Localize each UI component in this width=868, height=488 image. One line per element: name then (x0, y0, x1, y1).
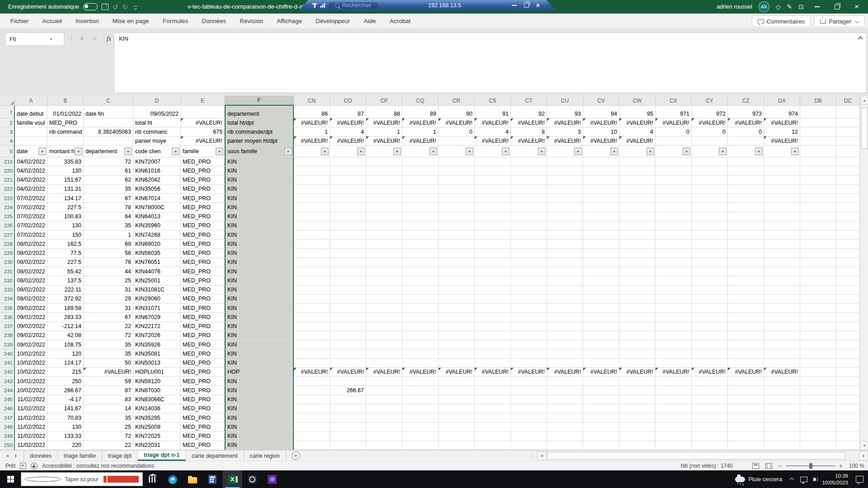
cell[interactable]: 35 (84, 185, 133, 194)
cell[interactable] (47, 136, 84, 145)
cell[interactable] (330, 432, 366, 441)
cell[interactable] (692, 203, 728, 212)
ribbon-tab-mise-en-page[interactable]: Mise en page (106, 14, 156, 28)
row-header-226[interactable]: 226 (0, 221, 15, 230)
cell[interactable]: MED_PRO (181, 203, 225, 212)
cell[interactable] (800, 145, 836, 157)
cell[interactable] (294, 230, 330, 239)
column-header-CX[interactable]: CX (656, 96, 692, 106)
cell[interactable] (366, 395, 402, 404)
cell[interactable] (402, 313, 439, 322)
cell[interactable] (475, 432, 511, 441)
column-header-D[interactable]: D (133, 96, 181, 106)
cell[interactable]: MED_PRO (181, 276, 225, 285)
cell[interactable]: 94 (583, 106, 619, 118)
cell[interactable] (366, 276, 402, 285)
name-box-dropdown-icon[interactable]: ▾ (35, 33, 64, 45)
cell[interactable] (402, 340, 439, 349)
cell[interactable] (764, 395, 800, 404)
quick-access-toolbar-chevron-icon[interactable] (134, 6, 137, 8)
cell[interactable] (511, 322, 547, 331)
cell[interactable] (583, 157, 619, 166)
cell[interactable]: 10/02/2022 (15, 359, 47, 368)
cell[interactable]: #VALEUR! (84, 368, 133, 377)
cell[interactable]: KIN62042 (133, 176, 181, 185)
cell[interactable]: 131.31 (47, 185, 84, 194)
cell[interactable] (402, 395, 439, 404)
cell[interactable] (656, 295, 692, 304)
cell[interactable] (402, 359, 439, 368)
cell[interactable]: #VALEUR! (475, 368, 511, 377)
cell[interactable] (294, 276, 330, 285)
cell[interactable] (294, 212, 330, 221)
cell[interactable] (511, 359, 547, 368)
cell[interactable]: #VALEUR! (619, 368, 656, 377)
row-header-221[interactable]: 221 (0, 176, 15, 185)
cell[interactable] (294, 258, 330, 267)
cell[interactable] (764, 340, 800, 349)
cell[interactable]: KIN35926 (133, 340, 181, 349)
cell[interactable]: 72 (84, 432, 133, 441)
cell[interactable]: 1 (402, 127, 439, 136)
cell[interactable]: 07/02/2022 (15, 203, 47, 212)
column-header-CR[interactable]: CR (439, 96, 475, 106)
cell[interactable] (475, 395, 511, 404)
cell[interactable]: MED_PRO (181, 267, 225, 276)
cell[interactable] (294, 441, 330, 450)
cell[interactable]: ▼ (294, 145, 330, 157)
cell[interactable]: MED_PRO (181, 304, 225, 313)
cell[interactable] (619, 194, 656, 203)
cell[interactable] (294, 404, 330, 413)
cell[interactable]: KIN (225, 295, 294, 304)
filter-dropdown-icon[interactable]: ▼ (357, 147, 365, 155)
cell[interactable] (800, 422, 836, 432)
cell[interactable] (836, 395, 860, 404)
cell[interactable] (800, 176, 836, 185)
cell[interactable] (402, 176, 439, 185)
cell[interactable]: 64 (84, 212, 133, 221)
cell[interactable]: 0 (439, 127, 475, 136)
cell[interactable]: #VALEUR! (294, 118, 330, 127)
cell[interactable] (439, 136, 475, 145)
cell[interactable]: MED_PRO (181, 422, 225, 432)
cell[interactable] (619, 286, 656, 295)
cell[interactable] (294, 194, 330, 203)
cell[interactable] (800, 249, 836, 258)
cell[interactable] (330, 239, 366, 249)
cell[interactable] (656, 404, 692, 413)
row-header-250[interactable]: 250 (0, 441, 15, 450)
cell[interactable]: 95 (619, 106, 656, 118)
cell[interactable] (800, 157, 836, 166)
cell[interactable] (764, 230, 800, 239)
zoom-slider-thumb[interactable] (809, 463, 812, 469)
column-header-CN[interactable]: CN (294, 96, 330, 106)
cell[interactable] (619, 313, 656, 322)
cell[interactable] (728, 176, 764, 185)
cell[interactable] (583, 395, 619, 404)
cell[interactable] (728, 322, 764, 331)
cell[interactable] (728, 313, 764, 322)
cell[interactable]: 227.5 (47, 258, 84, 267)
cell[interactable] (15, 136, 47, 145)
cell[interactable] (836, 212, 860, 221)
cell[interactable]: KIN35295 (133, 413, 181, 422)
cell[interactable] (656, 359, 692, 368)
cell[interactable] (692, 322, 728, 331)
cell[interactable] (728, 386, 764, 395)
cell[interactable] (402, 157, 439, 166)
cell[interactable] (583, 322, 619, 331)
cell[interactable]: -212.14 (47, 322, 84, 331)
cell[interactable] (836, 432, 860, 441)
cell[interactable] (330, 441, 366, 450)
cell[interactable] (656, 276, 692, 285)
cell[interactable]: 3 (547, 127, 583, 136)
cell[interactable] (836, 340, 860, 349)
cell[interactable]: KIN14036 (133, 404, 181, 413)
cell[interactable] (294, 221, 330, 230)
cell[interactable] (800, 413, 836, 422)
cell[interactable]: 01/01/2022 (47, 106, 84, 118)
cell[interactable] (836, 221, 860, 230)
ribbon-tab-aide[interactable]: Aide (357, 14, 383, 28)
pin-icon[interactable] (314, 3, 316, 8)
scroll-up-icon[interactable]: ▲ (861, 96, 868, 105)
